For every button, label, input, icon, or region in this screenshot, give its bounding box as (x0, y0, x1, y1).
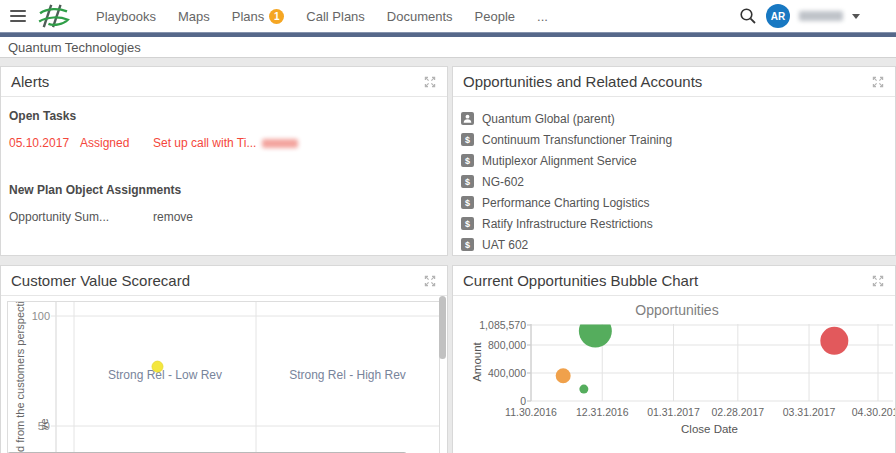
chart-title: Opportunities (635, 302, 718, 318)
account-label: NG-602 (482, 175, 524, 189)
redacted-user-name (799, 11, 843, 21)
breadcrumb-account-name: Quantum Technologies (8, 40, 141, 55)
opportunity-bubble[interactable] (579, 315, 612, 348)
task-status: Assigned (80, 136, 153, 150)
x-tick-label: 02.28.2017 (712, 406, 765, 418)
accounts-panel: Opportunities and Related Accounts Quant… (452, 66, 896, 256)
open-tasks-heading: Open Tasks (9, 109, 439, 123)
account-label: UAT 602 (482, 238, 528, 252)
hamburger-menu-icon[interactable] (10, 10, 26, 22)
account-list-item[interactable]: $NG-602 (461, 171, 887, 192)
bubble-chart-area: Opportunities1,085,570800,000400,000011.… (453, 296, 895, 453)
redacted-task-name (262, 139, 298, 148)
panel-title: Customer Value Scorecard (11, 272, 423, 289)
task-description-link[interactable]: Set up call with Ti... (153, 136, 256, 150)
opportunity-bubble[interactable] (579, 385, 588, 394)
person-icon (461, 112, 474, 125)
nav-right-section: AR (739, 4, 886, 28)
dollar-icon: $ (461, 133, 474, 146)
alerts-body: Open Tasks 05.10.2017 Assigned Set up ca… (1, 97, 447, 236)
panel-title: Current Opportunities Bubble Chart (463, 272, 871, 289)
nav-item-playbooks[interactable]: Playbooks (96, 9, 156, 24)
scorecard-chart: 10050d from the customers perspectiveStr… (8, 302, 439, 453)
x-tick-label: 04.30.2017 (852, 406, 895, 418)
remove-link[interactable]: remove (153, 210, 193, 224)
y-tick-label: 100 (32, 310, 50, 322)
account-label: Performance Charting Logistics (482, 196, 649, 210)
alerts-panel: Alerts Open Tasks 05.10.2017 Assigned Se… (0, 66, 448, 256)
quadrant-label: Strong Rel - Low Rev (108, 368, 222, 382)
quadrant-label: Strong Rel - High Rev (289, 368, 406, 382)
logo-icon (38, 3, 70, 29)
accounts-panel-header: Opportunities and Related Accounts (453, 67, 895, 97)
bubble-chart-panel: Current Opportunities Bubble Chart Oppor… (452, 265, 896, 453)
user-avatar[interactable]: AR (766, 4, 790, 28)
app-logo[interactable] (38, 3, 70, 29)
expand-icon[interactable] (423, 75, 437, 89)
nav-item-people[interactable]: People (475, 9, 515, 24)
dollar-icon: $ (461, 196, 474, 209)
account-list-item[interactable]: $Mutiplexor Alignment Service (461, 150, 887, 171)
user-menu-caret-icon[interactable] (852, 14, 860, 19)
dollar-icon: $ (461, 238, 474, 251)
assignments-heading: New Plan Object Assignments (9, 183, 439, 197)
accounts-list: Quantum Global (parent)$Continuum Transf… (453, 97, 895, 256)
account-list-item[interactable]: $Ratify Infrastructure Restrictions (461, 213, 887, 234)
dollar-icon: $ (461, 154, 474, 167)
expand-icon[interactable] (871, 75, 885, 89)
account-label: Quantum Global (parent) (482, 112, 615, 126)
scorecard-ylabel: d from the customers perspecti (14, 302, 26, 452)
account-list-item[interactable]: $Continuum Transfunctioner Training (461, 129, 887, 150)
panel-title: Opportunities and Related Accounts (463, 73, 871, 90)
expand-icon[interactable] (423, 274, 437, 288)
dollar-icon: $ (461, 175, 474, 188)
panel-title: Alerts (11, 73, 423, 90)
dollar-icon: $ (461, 217, 474, 230)
plans-count-badge: 1 (269, 9, 284, 24)
account-list-item[interactable]: $Performance Charting Logistics (461, 192, 887, 213)
scorecard-ylabel-cont: ve (38, 418, 50, 430)
nav-item-plans[interactable]: Plans 1 (232, 9, 285, 24)
account-list-item[interactable]: Quantum Global (parent) (461, 108, 887, 129)
y-tick-label: 1,085,570 (479, 319, 526, 331)
x-tick-label: 03.31.2017 (783, 406, 836, 418)
scorecard-bubble[interactable] (152, 361, 163, 372)
bubble-panel-header: Current Opportunities Bubble Chart (453, 266, 895, 296)
scorecard-panel: Customer Value Scorecard 10050d from the… (0, 265, 448, 453)
assignment-row: Opportunity Sum... remove (9, 210, 439, 224)
opportunities-bubble-chart: Opportunities1,085,570800,000400,000011.… (453, 296, 895, 453)
nav-menu: Playbooks Maps Plans 1 Call Plans Docume… (96, 9, 548, 24)
nav-more-menu[interactable]: ... (537, 9, 548, 24)
y-tick-label: 800,000 (488, 339, 526, 351)
scorecard-panel-header: Customer Value Scorecard (1, 266, 447, 296)
x-tick-label: 01.31.2017 (647, 406, 700, 418)
vertical-scrollbar-thumb[interactable] (439, 296, 446, 359)
breadcrumb: Quantum Technologies (0, 37, 896, 58)
x-tick-label: 12.31.2016 (576, 406, 629, 418)
open-task-row: 05.10.2017 Assigned Set up call with Ti.… (9, 136, 439, 150)
account-label: Mutiplexor Alignment Service (482, 154, 637, 168)
task-date: 05.10.2017 (9, 136, 80, 150)
nav-item-call-plans[interactable]: Call Plans (306, 9, 365, 24)
opportunity-bubble[interactable] (556, 368, 571, 383)
x-axis-label: Close Date (681, 423, 738, 435)
top-navigation-bar: Playbooks Maps Plans 1 Call Plans Docume… (0, 0, 896, 32)
account-label: Ratify Infrastructure Restrictions (482, 217, 653, 231)
dashboard-grid: Alerts Open Tasks 05.10.2017 Assigned Se… (0, 66, 896, 453)
y-axis-label: Amount (471, 341, 483, 381)
opportunity-bubble[interactable] (820, 327, 848, 355)
expand-icon[interactable] (871, 274, 885, 288)
account-list-item[interactable]: $UAT 602 (461, 234, 887, 255)
nav-item-maps[interactable]: Maps (178, 9, 210, 24)
x-tick-label: 11.30.2016 (505, 406, 557, 418)
assignment-name: Opportunity Sum... (9, 210, 153, 224)
y-tick-label: 400,000 (488, 367, 526, 379)
scorecard-chart-frame: 10050d from the customers perspectiveStr… (7, 301, 440, 453)
alerts-panel-header: Alerts (1, 67, 447, 97)
nav-item-documents[interactable]: Documents (387, 9, 453, 24)
search-icon[interactable] (739, 7, 757, 25)
account-label: Continuum Transfunctioner Training (482, 133, 672, 147)
